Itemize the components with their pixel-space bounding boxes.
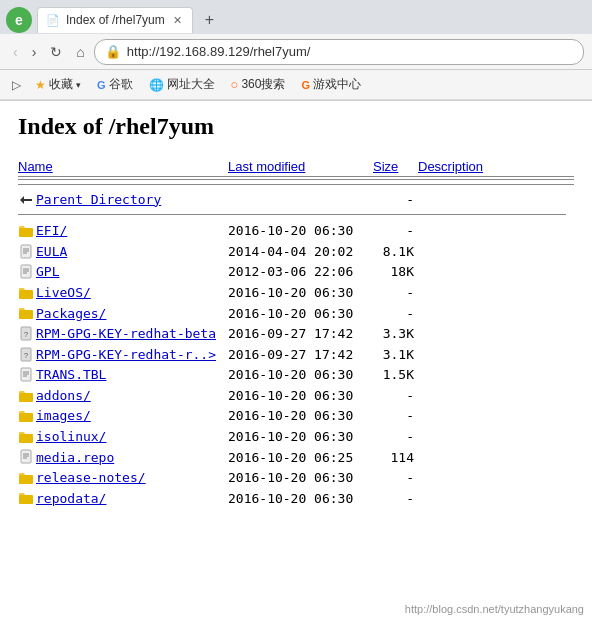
entry-name-link[interactable]: Parent Directory	[36, 192, 161, 207]
game-icon: G	[301, 79, 310, 91]
unknown-icon: ?	[18, 325, 34, 342]
doc-icon	[18, 449, 34, 466]
home-button[interactable]: ⌂	[71, 42, 89, 62]
tab-close-button[interactable]: ✕	[171, 14, 184, 27]
entry-description	[418, 385, 574, 406]
entry-modified: 2016-09-27 17:42	[228, 344, 373, 365]
bookmark-collect[interactable]: ★ 收藏 ▾	[29, 74, 87, 95]
browser-logo: e	[5, 6, 33, 34]
entry-name-link[interactable]: RPM-GPG-KEY-redhat-beta	[36, 326, 216, 341]
entry-modified: 2016-09-27 17:42	[228, 323, 373, 344]
desc-sort-link[interactable]: Description	[418, 159, 483, 174]
entry-description	[418, 344, 574, 365]
entry-name-link[interactable]: isolinux/	[36, 429, 106, 444]
entry-name-link[interactable]: media.repo	[36, 450, 114, 465]
entry-description	[418, 447, 574, 468]
entry-name-link[interactable]: Packages/	[36, 306, 106, 321]
directory-table: Name Last modified Size Description Pare…	[18, 156, 574, 508]
svg-rect-13	[19, 310, 33, 319]
entry-size: -	[373, 221, 418, 242]
folder-icon	[18, 387, 34, 404]
entry-description	[418, 262, 574, 283]
table-row: release-notes/2016-10-20 06:30-	[18, 467, 574, 488]
tab-favicon: 📄	[46, 14, 60, 27]
svg-rect-3	[19, 228, 33, 237]
entry-name-link[interactable]: release-notes/	[36, 470, 146, 485]
table-row: EULA2014-04-04 20:028.1K	[18, 241, 574, 262]
entry-modified: 2016-10-20 06:30	[228, 385, 373, 406]
back-button[interactable]: ‹	[8, 42, 23, 62]
browser-tab[interactable]: 📄 Index of /rhel7yum ✕	[37, 7, 193, 33]
entry-size: -	[373, 406, 418, 427]
table-row: media.repo2016-10-20 06:25114	[18, 447, 574, 468]
entry-modified: 2016-10-20 06:30	[228, 365, 373, 386]
circle-icon: ○	[231, 77, 239, 92]
entry-modified: 2016-10-20 06:30	[228, 426, 373, 447]
folder-icon	[18, 305, 34, 322]
svg-rect-30	[19, 495, 33, 504]
address-bar[interactable]: 🔒 http://192.168.89.129/rhel7yum/	[94, 39, 584, 65]
entry-size: 8.1K	[373, 241, 418, 262]
entry-size: 3.1K	[373, 344, 418, 365]
entry-name-link[interactable]: EULA	[36, 244, 67, 259]
entry-name-cell: addons/	[18, 385, 228, 406]
svg-rect-29	[19, 475, 33, 484]
entry-size: -	[373, 282, 418, 303]
doc-icon	[18, 264, 34, 281]
bookmark-hao123[interactable]: 🌐 网址大全	[143, 74, 221, 95]
table-row: EFI/2016-10-20 06:30-	[18, 221, 574, 242]
modified-sort-link[interactable]: Last modified	[228, 159, 305, 174]
tab-bar: e 📄 Index of /rhel7yum ✕ +	[0, 0, 592, 34]
entry-name-link[interactable]: TRANS.TBL	[36, 367, 106, 382]
entry-modified: 2016-10-20 06:30	[228, 406, 373, 427]
entry-description	[418, 323, 574, 344]
parent-icon	[18, 191, 34, 208]
separator-row	[18, 210, 574, 221]
entry-description	[418, 365, 574, 386]
size-sort-link[interactable]: Size	[373, 159, 398, 174]
entry-size: 18K	[373, 262, 418, 283]
bookmark-game[interactable]: G 游戏中心	[295, 74, 367, 95]
entry-description	[418, 488, 574, 509]
table-row: TRANS.TBL2016-10-20 06:301.5K	[18, 365, 574, 386]
entry-name-link[interactable]: GPL	[36, 264, 59, 279]
entry-name-link[interactable]: LiveOS/	[36, 285, 91, 300]
folder-icon	[18, 284, 34, 301]
folder-icon	[18, 408, 34, 425]
refresh-button[interactable]: ↻	[45, 42, 67, 62]
table-row: LiveOS/2016-10-20 06:30-	[18, 282, 574, 303]
svg-rect-24	[19, 434, 33, 443]
svg-marker-2	[20, 196, 32, 204]
address-text: http://192.168.89.129/rhel7yum/	[127, 44, 573, 59]
table-row: ? RPM-GPG-KEY-redhat-beta2016-09-27 17:4…	[18, 323, 574, 344]
svg-rect-12	[19, 290, 33, 299]
bookmark-google[interactable]: G 谷歌	[91, 74, 139, 95]
bookmark-game-label: 游戏中心	[313, 76, 361, 93]
tab-title: Index of /rhel7yum	[66, 13, 165, 27]
folder-icon	[18, 223, 34, 240]
col-modified-header: Last modified	[228, 156, 373, 177]
col-size-header: Size	[373, 156, 418, 177]
entry-name-link[interactable]: images/	[36, 408, 91, 423]
entry-name-link[interactable]: repodata/	[36, 491, 106, 506]
entry-description	[418, 282, 574, 303]
table-row: images/2016-10-20 06:30-	[18, 406, 574, 427]
entry-name-cell: LiveOS/	[18, 282, 228, 303]
svg-text:e: e	[15, 12, 23, 28]
entry-size: -	[373, 385, 418, 406]
entry-modified: 2014-04-04 20:02	[228, 241, 373, 262]
bookmark-360search[interactable]: ○ 360搜索	[225, 74, 292, 95]
entry-size: 1.5K	[373, 365, 418, 386]
page-content: Index of /rhel7yum Name Last modified Si…	[0, 101, 592, 581]
entry-name-cell: TRANS.TBL	[18, 365, 228, 386]
sidebar-toggle-button[interactable]: ▷	[8, 76, 25, 94]
entry-name-link[interactable]: addons/	[36, 388, 91, 403]
name-sort-link[interactable]: Name	[18, 159, 53, 174]
new-tab-button[interactable]: +	[199, 12, 220, 28]
chevron-down-icon: ▾	[76, 80, 81, 90]
forward-button[interactable]: ›	[27, 42, 42, 62]
google-icon: G	[97, 79, 106, 91]
bookmark-hao123-label: 网址大全	[167, 76, 215, 93]
entry-name-link[interactable]: EFI/	[36, 223, 67, 238]
entry-name-link[interactable]: RPM-GPG-KEY-redhat-r..>	[36, 347, 216, 362]
